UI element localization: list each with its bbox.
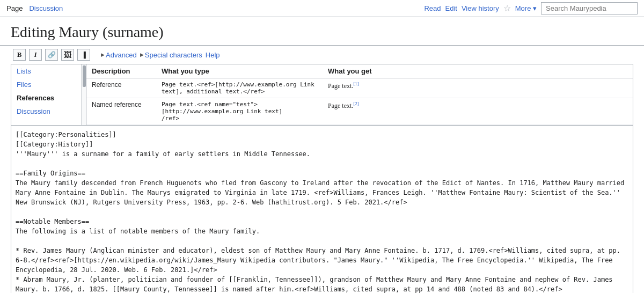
scrollbar[interactable] [82,64,86,125]
page-title-area: Editing Maury (surname) [0,17,644,46]
template-icon[interactable]: ▐ [77,49,90,61]
bold-button[interactable]: B [13,49,26,61]
row-get-2: Page text.[2] [323,98,633,125]
row-description-1: Reference [86,78,156,98]
top-navigation: Page Discussion Read Edit View history ☆… [0,0,644,17]
editor-container: B I 🔗 🖼 ▐ ▶ Advanced ▶ Special character… [0,46,644,293]
row-get-1: Page text.[1] [323,78,633,98]
table-row: Reference Page text.<ref>[http://www.exa… [86,78,633,98]
link-icon[interactable]: 🔗 [45,49,58,61]
col-what-you-get: What you get [323,64,633,78]
table-row: Named reference Page text.<ref name="tes… [86,98,633,125]
special-characters-menu[interactable]: ▶ Special characters [140,51,202,59]
references-table: Description What you type What you get R… [86,64,633,125]
help-link[interactable]: Help [206,51,220,59]
editor-toolbar: B I 🔗 🖼 ▐ ▶ Advanced ▶ Special character… [11,46,633,64]
dropdown-panel: Lists Files References Discussion Descri… [11,64,633,126]
dropdown-sidebar: Lists Files References Discussion [11,64,86,125]
row-description-2: Named reference [86,98,156,125]
view-history-link[interactable]: View history [462,4,499,12]
image-icon[interactable]: 🖼 [61,49,74,61]
col-description: Description [86,64,156,78]
sidebar-item-references[interactable]: References [11,91,86,105]
page-tab[interactable]: Page [6,4,23,12]
dropdown-content: Description What you type What you get R… [86,64,633,125]
star-icon[interactable]: ☆ [503,3,511,13]
search-input[interactable] [541,2,638,14]
nav-actions: Read Edit View history ☆ More ▾ [424,2,638,14]
editor-textarea[interactable]: [[Category:Personalities]] [[Category:Hi… [11,126,633,293]
sidebar-item-files[interactable]: Files [11,78,86,91]
col-what-you-type: What you type [156,64,323,78]
row-type-1: Page text.<ref>[http://www.example.org L… [156,78,323,98]
edit-link[interactable]: Edit [445,4,457,12]
discussion-tab[interactable]: Discussion [29,4,63,12]
advanced-menu[interactable]: ▶ Advanced [101,51,137,59]
row-type-2: Page text.<ref name="test">[http://www.e… [156,98,323,125]
nav-tabs: Page Discussion [6,4,63,12]
more-button[interactable]: More ▾ [515,4,537,12]
page-title: Editing Maury (surname) [11,24,633,41]
italic-button[interactable]: I [29,49,42,61]
read-link[interactable]: Read [424,4,441,12]
sidebar-item-discussion[interactable]: Discussion [11,105,86,118]
sidebar-item-lists[interactable]: Lists [11,64,86,78]
